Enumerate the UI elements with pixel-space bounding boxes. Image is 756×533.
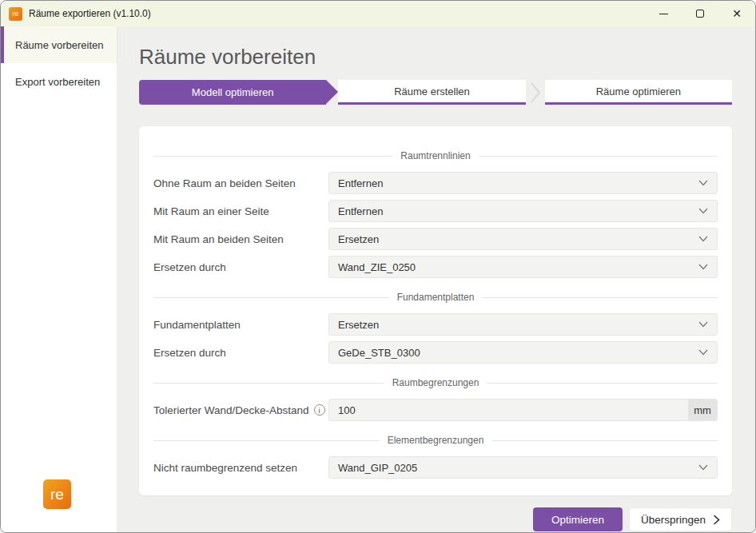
chevron-right-icon bbox=[530, 82, 541, 103]
divider-line bbox=[487, 383, 718, 384]
field-label: Ohne Raum an beiden Seiten bbox=[153, 177, 328, 189]
section-divider-raumbegrenzungen: Raumbegrenzungen bbox=[153, 377, 718, 388]
unit-label: mm bbox=[688, 400, 717, 420]
step-raeume-optimieren[interactable]: Räume optimieren bbox=[545, 80, 732, 105]
dropdown-ersetzen-durch-gede[interactable]: GeDe_STB_0300 bbox=[328, 341, 718, 364]
dropdown-ersetzen-durch-wand[interactable]: Wand_ZIE_0250 bbox=[328, 256, 718, 278]
chevron-right-icon bbox=[713, 515, 720, 525]
dropdown-nicht-raumbegrenzend[interactable]: Wand_GIP_0205 bbox=[328, 456, 718, 479]
ueberspringen-label: Überspringen bbox=[641, 514, 706, 526]
minimize-button[interactable] bbox=[645, 1, 682, 26]
form-row-ersetzen-durch-2: Ersetzen durch GeDe_STB_0300 bbox=[153, 341, 718, 364]
step-label: Räume erstellen bbox=[394, 86, 470, 97]
window-title: Räume exportieren (v1.10.0) bbox=[29, 8, 151, 19]
dropdown-value: Entfernen bbox=[338, 205, 698, 217]
step-raeume-erstellen[interactable]: Räume erstellen bbox=[338, 80, 525, 105]
field-label: Nicht raumbegrenzend setzen bbox=[153, 462, 328, 474]
chevron-down-icon bbox=[698, 208, 708, 214]
divider-line bbox=[153, 297, 389, 298]
field-label: Mit Raum an beiden Seiten bbox=[153, 233, 328, 245]
maximize-button[interactable] bbox=[682, 1, 718, 26]
step-arrow-icon bbox=[326, 80, 338, 104]
dropdown-ohne-raum-beide-seiten[interactable]: Entfernen bbox=[328, 172, 718, 194]
form-row-ohne-raum-beide-seiten: Ohne Raum an beiden Seiten Entfernen bbox=[153, 172, 718, 194]
dropdown-mit-raum-beiden-seiten[interactable]: Ersetzen bbox=[328, 228, 718, 250]
section-divider-fundamentplatten: Fundamentplatten bbox=[153, 292, 718, 303]
form-row-mit-raum-einer-seite: Mit Raum an einer Seite Entfernen bbox=[153, 200, 718, 222]
main-content: Räume vorbereiten Modell optimieren Räum… bbox=[117, 26, 756, 533]
divider-line bbox=[153, 440, 380, 441]
abstand-input[interactable] bbox=[329, 400, 688, 420]
step-label: Modell optimieren bbox=[192, 86, 274, 98]
dropdown-value: Wand_GIP_0205 bbox=[338, 462, 698, 474]
divider-line bbox=[482, 297, 718, 298]
dropdown-value: Entfernen bbox=[338, 177, 698, 189]
chevron-down-icon bbox=[698, 349, 708, 356]
step-modell-optimieren[interactable]: Modell optimieren bbox=[139, 80, 326, 105]
field-label: Fundamentplatten bbox=[153, 319, 328, 331]
app-window: re Räume exportieren (v1.10.0) ✕ Räume v… bbox=[0, 0, 756, 533]
footer-actions: Optimieren Überspringen bbox=[139, 507, 732, 531]
dropdown-value: Ersetzen bbox=[338, 319, 698, 331]
dropdown-value: Wand_ZIE_0250 bbox=[338, 261, 698, 273]
page-title: Räume vorbereiten bbox=[139, 45, 732, 70]
close-button[interactable]: ✕ bbox=[718, 1, 755, 26]
chevron-down-icon bbox=[698, 321, 708, 328]
divider-line bbox=[153, 383, 384, 384]
form-row-ersetzen-durch-1: Ersetzen durch Wand_ZIE_0250 bbox=[153, 256, 718, 278]
section-divider-raumtrennlinien: Raumtrennlinien bbox=[153, 126, 718, 161]
section-divider-elementbegrenzungen: Elementbegrenzungen bbox=[153, 435, 718, 446]
sidebar: Räume vorbereiten Export vorbereiten re bbox=[1, 26, 117, 533]
dropdown-value: Ersetzen bbox=[338, 233, 698, 245]
divider-line bbox=[153, 156, 392, 157]
section-title: Raumbegrenzungen bbox=[384, 377, 487, 388]
sidebar-item-export-vorbereiten[interactable]: Export vorbereiten bbox=[1, 63, 117, 100]
form-row-mit-raum-beiden-seiten: Mit Raum an beiden Seiten Ersetzen bbox=[153, 228, 718, 250]
field-label: Ersetzen durch bbox=[153, 347, 328, 359]
chevron-down-icon bbox=[698, 464, 708, 471]
divider-line bbox=[479, 156, 718, 157]
field-label: Mit Raum an einer Seite bbox=[153, 205, 328, 217]
titlebar: re Räume exportieren (v1.10.0) ✕ bbox=[1, 1, 755, 26]
chevron-down-icon bbox=[698, 264, 708, 270]
section-title: Fundamentplatten bbox=[389, 292, 483, 303]
sidebar-item-raeume-vorbereiten[interactable]: Räume vorbereiten bbox=[1, 26, 117, 63]
optimieren-button[interactable]: Optimieren bbox=[533, 507, 623, 531]
divider-line bbox=[491, 440, 718, 441]
step-label: Räume optimieren bbox=[596, 86, 681, 97]
app-icon: re bbox=[9, 7, 22, 21]
wizard-stepper: Modell optimieren Räume erstellen Räume … bbox=[139, 80, 732, 105]
field-label: Tolerierter Wand/Decke-Abstand i bbox=[153, 404, 328, 416]
dropdown-mit-raum-einer-seite[interactable]: Entfernen bbox=[328, 200, 718, 222]
dropdown-value: GeDe_STB_0300 bbox=[338, 347, 698, 359]
chevron-down-icon bbox=[698, 180, 708, 186]
dropdown-fundamentplatten[interactable]: Ersetzen bbox=[328, 313, 718, 336]
step-separator bbox=[526, 80, 545, 105]
chevron-down-icon bbox=[698, 236, 708, 242]
form-row-nicht-raumbegrenzend: Nicht raumbegrenzend setzen Wand_GIP_020… bbox=[153, 456, 718, 479]
form-row-tolerierter-abstand: Tolerierter Wand/Decke-Abstand i mm bbox=[153, 399, 718, 421]
maximize-icon bbox=[696, 10, 704, 18]
abstand-input-group: mm bbox=[328, 399, 718, 421]
field-label: Ersetzen durch bbox=[153, 261, 328, 273]
sidebar-item-label: Export vorbereiten bbox=[15, 76, 100, 88]
form-row-fundamentplatten: Fundamentplatten Ersetzen bbox=[153, 313, 718, 336]
app-logo: re bbox=[43, 479, 71, 509]
minimize-icon bbox=[659, 14, 668, 14]
section-title: Elementbegrenzungen bbox=[380, 435, 492, 446]
field-label-text: Tolerierter Wand/Decke-Abstand bbox=[153, 404, 309, 416]
section-title: Raumtrennlinien bbox=[392, 150, 478, 161]
info-icon[interactable]: i bbox=[314, 404, 325, 416]
ueberspringen-button[interactable]: Überspringen bbox=[629, 507, 732, 531]
sidebar-item-label: Räume vorbereiten bbox=[15, 39, 104, 51]
form-card: Raumtrennlinien Ohne Raum an beiden Seit… bbox=[139, 126, 732, 495]
